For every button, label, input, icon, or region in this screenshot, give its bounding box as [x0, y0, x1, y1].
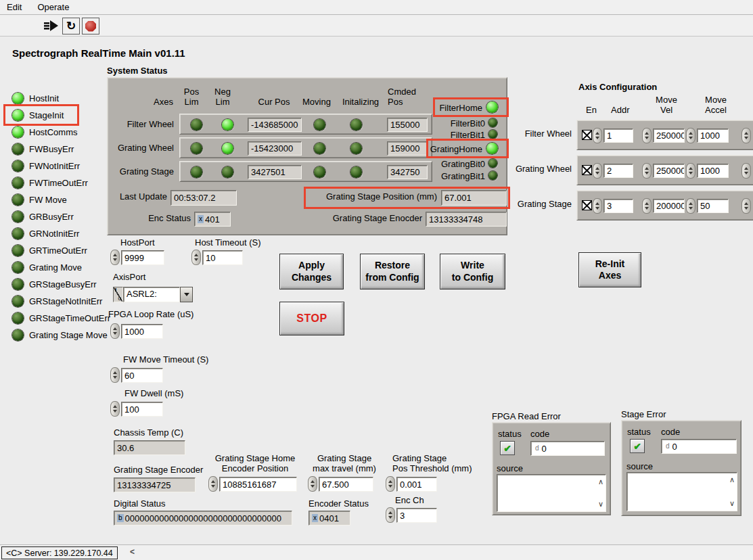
apply-changes-button[interactable]: Apply Changes	[279, 254, 344, 289]
col-header-cur-pos: Cur Pos	[251, 97, 297, 108]
gs-encoder-label: Grating Stage Encoder	[114, 465, 203, 475]
hostport-input[interactable]: 9999	[121, 250, 164, 265]
reinit-axes-button[interactable]: Re-Init Axes	[578, 252, 641, 287]
fw-move-timeout-input[interactable]: 60	[121, 368, 163, 383]
cmded-pos-value: 159000	[390, 143, 419, 154]
last-update-value: 00:53:07.2	[174, 193, 215, 203]
enable-checkbox[interactable]	[582, 130, 592, 140]
gs-pos-threshold-input[interactable]: 0.001	[396, 477, 437, 492]
menu-operate[interactable]: Operate	[37, 1, 75, 14]
host-timeout-stepper[interactable]	[191, 250, 201, 265]
fw-dwell-value: 100	[124, 404, 139, 415]
scroll-down-icon[interactable]: ∨	[598, 500, 603, 508]
extra-stepper[interactable]	[741, 198, 751, 214]
axis-config-row-label: Grating Wheel	[501, 164, 572, 174]
move-vel-input[interactable]: 200000	[653, 199, 685, 213]
bit-label: FilterBit1	[439, 131, 485, 141]
bit-label: GratingBit1	[434, 172, 485, 182]
led-label: HostComms	[29, 128, 78, 138]
led-label: GRNotInitErr	[29, 229, 79, 239]
axis-config-row-label: Filter Wheel	[501, 129, 572, 139]
move-vel-stepper[interactable]	[642, 128, 652, 143]
hostport-stepper[interactable]	[110, 250, 120, 265]
fw-dwell-stepper[interactable]	[110, 401, 120, 417]
addr-stepper[interactable]	[593, 163, 602, 179]
moving-led	[314, 119, 325, 131]
continuous-run-button[interactable]: ↻	[62, 18, 80, 34]
led-stageinit	[12, 110, 24, 121]
extra-stepper[interactable]	[741, 128, 751, 143]
host-timeout-input[interactable]: 10	[202, 250, 243, 265]
encoder-status-label: Encoder Status	[309, 499, 369, 509]
fw-dwell-input[interactable]: 100	[121, 402, 163, 417]
move-accel-input[interactable]: 1000	[697, 129, 729, 143]
radix-hex: x	[198, 215, 204, 223]
enc-ch-label: Enc Ch	[395, 496, 424, 506]
abort-button[interactable]	[82, 18, 99, 34]
led-grbusyerr	[12, 211, 24, 223]
fpga-loop-rate-stepper[interactable]	[110, 323, 120, 339]
enc-ch-input[interactable]: 3	[396, 508, 437, 523]
move-vel-input[interactable]: 250000	[653, 129, 685, 143]
write-to-config-button[interactable]: Write to Config	[440, 254, 505, 289]
enable-checkbox[interactable]	[582, 165, 592, 175]
scroll-up-icon[interactable]: ∧	[729, 476, 735, 484]
addr-value: 1	[607, 131, 612, 141]
move-accel-input[interactable]: 1000	[697, 164, 729, 178]
gs-max-travel-input[interactable]: 67.500	[319, 477, 373, 492]
host-timeout-value: 10	[206, 253, 215, 263]
axis-row-label: Filter Wheel	[114, 120, 174, 130]
cur-pos-display: 3427501	[248, 165, 302, 179]
encoder-status-value: 0401	[319, 513, 339, 523]
restore-from-config-button[interactable]: Restore from Config	[360, 254, 425, 289]
enc-ch-stepper[interactable]	[386, 507, 395, 523]
error-status-indicator: ✔	[500, 441, 515, 455]
gs-max-travel-value: 67.500	[322, 480, 349, 490]
addr-input[interactable]: 2	[603, 164, 633, 178]
encoder-status-display: x0401	[309, 511, 350, 526]
gs-encoder-display: 13133334725	[114, 477, 196, 492]
move-accel-stepper[interactable]	[686, 163, 695, 179]
moving-led	[314, 166, 325, 178]
gs-home-enc-pos-stepper[interactable]	[208, 476, 218, 492]
enable-checkbox[interactable]	[582, 200, 592, 210]
move-accel-stepper[interactable]	[686, 128, 695, 143]
gratinghome-led	[486, 143, 498, 154]
addr-input[interactable]: 3	[603, 199, 633, 213]
addr-input[interactable]: 1	[603, 129, 633, 143]
move-vel-input[interactable]: 250000	[653, 164, 685, 178]
gs-home-enc-pos-input[interactable]: 10885161687	[219, 477, 297, 492]
extra-stepper[interactable]	[741, 163, 751, 179]
fw-move-timeout-stepper[interactable]	[110, 367, 120, 383]
enc-status-display: x401	[194, 212, 231, 227]
led-fwnotiniterr	[12, 160, 24, 172]
move-vel-stepper[interactable]	[642, 163, 652, 179]
fpga-loop-rate-input[interactable]: 1000	[121, 324, 163, 339]
led-grtimeouterr	[12, 245, 24, 256]
initializing-led	[350, 119, 362, 131]
addr-stepper[interactable]	[593, 198, 602, 214]
axisport-combo[interactable]: I0 ASRL2:	[113, 287, 193, 302]
table-row-filter-wheel: -143685000 155000	[179, 114, 432, 135]
addr-stepper[interactable]	[593, 128, 602, 143]
chevron-left-icon[interactable]: <	[130, 547, 135, 557]
gs-max-travel-stepper[interactable]	[308, 476, 317, 492]
cmded-pos-display: 342750	[387, 165, 428, 179]
scroll-down-icon[interactable]: ∨	[729, 500, 735, 507]
error-status-indicator: ✔	[630, 439, 645, 453]
cmded-pos-display: 159000	[387, 141, 428, 156]
stop-button[interactable]: STOP	[279, 302, 344, 335]
neg-lim-led	[222, 166, 233, 178]
status-label: status	[627, 427, 651, 438]
move-accel-stepper[interactable]	[686, 198, 695, 214]
gs-pos-threshold-stepper[interactable]	[386, 476, 395, 492]
run-icon[interactable]	[43, 19, 60, 34]
move-vel-stepper[interactable]	[642, 198, 652, 214]
menu-edit[interactable]: Edit	[7, 1, 28, 14]
move-accel-input[interactable]: 50	[697, 199, 729, 213]
cmded-pos-display: 155000	[387, 118, 428, 132]
addr-value: 3	[607, 201, 612, 211]
dropdown-arrow-icon[interactable]	[180, 287, 193, 302]
led-grstagenotiniterr	[12, 296, 24, 307]
scroll-up-icon[interactable]: ∧	[598, 478, 603, 486]
